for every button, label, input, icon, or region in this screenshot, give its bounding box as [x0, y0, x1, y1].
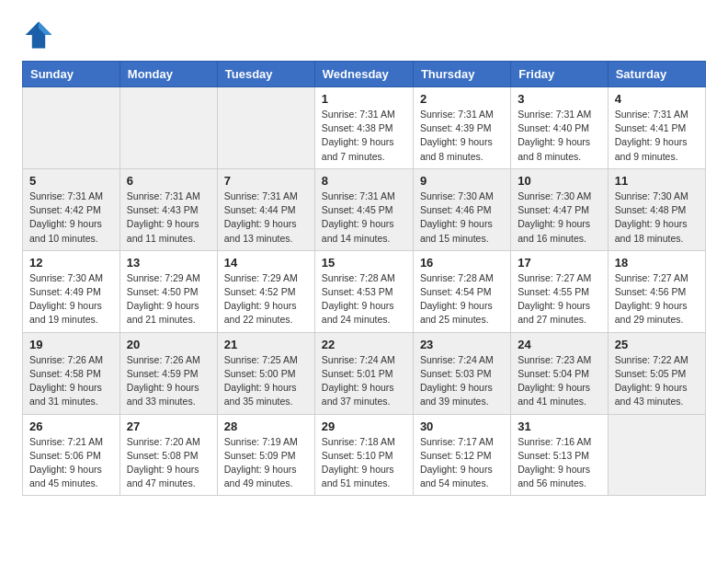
calendar-cell: 6Sunrise: 7:31 AM Sunset: 4:43 PM Daylig… [119, 168, 217, 250]
day-number: 25 [615, 338, 699, 351]
logo [22, 18, 61, 52]
calendar-week-row: 1Sunrise: 7:31 AM Sunset: 4:38 PM Daylig… [23, 87, 706, 169]
calendar-cell: 25Sunrise: 7:22 AM Sunset: 5:05 PM Dayli… [608, 332, 705, 414]
calendar-cell [608, 414, 705, 496]
day-number: 17 [518, 256, 600, 270]
column-header-monday: Monday [119, 62, 217, 87]
day-number: 19 [29, 338, 113, 351]
calendar-week-row: 5Sunrise: 7:31 AM Sunset: 4:42 PM Daylig… [23, 168, 706, 250]
calendar-cell: 17Sunrise: 7:27 AM Sunset: 4:55 PM Dayli… [511, 250, 608, 332]
calendar-cell: 1Sunrise: 7:31 AM Sunset: 4:38 PM Daylig… [314, 87, 413, 169]
logo-icon [22, 18, 55, 52]
day-info: Sunrise: 7:17 AM Sunset: 5:12 PM Dayligh… [420, 435, 504, 491]
day-number: 1 [322, 92, 406, 106]
day-info: Sunrise: 7:18 AM Sunset: 5:10 PM Dayligh… [322, 435, 406, 491]
day-number: 9 [420, 174, 504, 188]
day-number: 4 [615, 92, 699, 106]
day-info: Sunrise: 7:27 AM Sunset: 4:55 PM Dayligh… [518, 271, 600, 327]
column-header-friday: Friday [511, 62, 608, 87]
day-info: Sunrise: 7:19 AM Sunset: 5:09 PM Dayligh… [224, 435, 308, 491]
day-info: Sunrise: 7:30 AM Sunset: 4:47 PM Dayligh… [518, 190, 600, 246]
calendar-cell: 19Sunrise: 7:26 AM Sunset: 4:58 PM Dayli… [23, 332, 120, 414]
day-info: Sunrise: 7:28 AM Sunset: 4:53 PM Dayligh… [322, 271, 406, 327]
day-info: Sunrise: 7:26 AM Sunset: 4:59 PM Dayligh… [127, 353, 210, 409]
day-number: 2 [420, 92, 504, 106]
day-number: 27 [127, 419, 210, 433]
day-number: 7 [224, 174, 308, 188]
day-info: Sunrise: 7:30 AM Sunset: 4:49 PM Dayligh… [29, 271, 113, 327]
calendar-cell: 22Sunrise: 7:24 AM Sunset: 5:01 PM Dayli… [314, 332, 413, 414]
day-info: Sunrise: 7:30 AM Sunset: 4:46 PM Dayligh… [420, 190, 504, 246]
day-number: 10 [518, 174, 600, 188]
column-header-thursday: Thursday [413, 62, 510, 87]
day-info: Sunrise: 7:27 AM Sunset: 4:56 PM Dayligh… [615, 271, 699, 327]
calendar-cell: 16Sunrise: 7:28 AM Sunset: 4:54 PM Dayli… [413, 250, 510, 332]
day-number: 5 [29, 174, 113, 188]
calendar-cell: 12Sunrise: 7:30 AM Sunset: 4:49 PM Dayli… [23, 250, 120, 332]
calendar-cell: 7Sunrise: 7:31 AM Sunset: 4:44 PM Daylig… [217, 168, 314, 250]
calendar-cell [217, 87, 314, 169]
day-number: 31 [518, 419, 600, 433]
day-info: Sunrise: 7:22 AM Sunset: 5:05 PM Dayligh… [615, 353, 699, 409]
day-number: 21 [224, 338, 308, 351]
day-info: Sunrise: 7:29 AM Sunset: 4:50 PM Dayligh… [127, 271, 210, 327]
calendar-cell: 28Sunrise: 7:19 AM Sunset: 5:09 PM Dayli… [217, 414, 314, 496]
day-info: Sunrise: 7:30 AM Sunset: 4:48 PM Dayligh… [615, 190, 699, 246]
day-info: Sunrise: 7:26 AM Sunset: 4:58 PM Dayligh… [29, 353, 113, 409]
day-info: Sunrise: 7:31 AM Sunset: 4:43 PM Dayligh… [127, 190, 210, 246]
calendar-cell: 15Sunrise: 7:28 AM Sunset: 4:53 PM Dayli… [314, 250, 413, 332]
calendar-cell: 24Sunrise: 7:23 AM Sunset: 5:04 PM Dayli… [511, 332, 608, 414]
day-number: 29 [322, 419, 406, 433]
column-header-sunday: Sunday [23, 62, 120, 87]
calendar-cell: 10Sunrise: 7:30 AM Sunset: 4:47 PM Dayli… [511, 168, 608, 250]
day-info: Sunrise: 7:23 AM Sunset: 5:04 PM Dayligh… [518, 353, 600, 409]
day-number: 8 [322, 174, 406, 188]
day-info: Sunrise: 7:31 AM Sunset: 4:44 PM Dayligh… [224, 190, 308, 246]
calendar-week-row: 12Sunrise: 7:30 AM Sunset: 4:49 PM Dayli… [23, 250, 706, 332]
day-number: 30 [420, 419, 504, 433]
calendar-cell: 9Sunrise: 7:30 AM Sunset: 4:46 PM Daylig… [413, 168, 510, 250]
calendar-cell: 5Sunrise: 7:31 AM Sunset: 4:42 PM Daylig… [23, 168, 120, 250]
column-header-saturday: Saturday [608, 62, 705, 87]
day-info: Sunrise: 7:20 AM Sunset: 5:08 PM Dayligh… [127, 435, 210, 491]
column-header-wednesday: Wednesday [314, 62, 413, 87]
day-number: 11 [615, 174, 699, 188]
day-info: Sunrise: 7:31 AM Sunset: 4:38 PM Dayligh… [322, 108, 406, 164]
day-info: Sunrise: 7:16 AM Sunset: 5:13 PM Dayligh… [518, 435, 600, 491]
calendar-cell: 2Sunrise: 7:31 AM Sunset: 4:39 PM Daylig… [413, 87, 510, 169]
day-info: Sunrise: 7:24 AM Sunset: 5:01 PM Dayligh… [322, 353, 406, 409]
calendar-week-row: 26Sunrise: 7:21 AM Sunset: 5:06 PM Dayli… [23, 414, 706, 496]
day-info: Sunrise: 7:31 AM Sunset: 4:39 PM Dayligh… [420, 108, 504, 164]
calendar-cell: 26Sunrise: 7:21 AM Sunset: 5:06 PM Dayli… [23, 414, 120, 496]
day-info: Sunrise: 7:29 AM Sunset: 4:52 PM Dayligh… [224, 271, 308, 327]
calendar-cell: 14Sunrise: 7:29 AM Sunset: 4:52 PM Dayli… [217, 250, 314, 332]
day-info: Sunrise: 7:28 AM Sunset: 4:54 PM Dayligh… [420, 271, 504, 327]
header [22, 18, 706, 52]
day-number: 26 [29, 419, 113, 433]
calendar-cell: 8Sunrise: 7:31 AM Sunset: 4:45 PM Daylig… [314, 168, 413, 250]
calendar-cell: 11Sunrise: 7:30 AM Sunset: 4:48 PM Dayli… [608, 168, 705, 250]
calendar-header-row: SundayMondayTuesdayWednesdayThursdayFrid… [23, 62, 706, 87]
calendar-cell: 20Sunrise: 7:26 AM Sunset: 4:59 PM Dayli… [119, 332, 217, 414]
calendar: SundayMondayTuesdayWednesdayThursdayFrid… [22, 61, 706, 496]
day-number: 18 [615, 256, 699, 270]
calendar-cell: 13Sunrise: 7:29 AM Sunset: 4:50 PM Dayli… [119, 250, 217, 332]
calendar-cell: 4Sunrise: 7:31 AM Sunset: 4:41 PM Daylig… [608, 87, 705, 169]
calendar-cell: 18Sunrise: 7:27 AM Sunset: 4:56 PM Dayli… [608, 250, 705, 332]
calendar-cell: 27Sunrise: 7:20 AM Sunset: 5:08 PM Dayli… [119, 414, 217, 496]
day-number: 12 [29, 256, 113, 270]
calendar-cell: 3Sunrise: 7:31 AM Sunset: 4:40 PM Daylig… [511, 87, 608, 169]
calendar-cell: 29Sunrise: 7:18 AM Sunset: 5:10 PM Dayli… [314, 414, 413, 496]
day-info: Sunrise: 7:31 AM Sunset: 4:41 PM Dayligh… [615, 108, 699, 164]
calendar-cell [23, 87, 120, 169]
day-info: Sunrise: 7:21 AM Sunset: 5:06 PM Dayligh… [29, 435, 113, 491]
calendar-cell: 30Sunrise: 7:17 AM Sunset: 5:12 PM Dayli… [413, 414, 510, 496]
day-info: Sunrise: 7:24 AM Sunset: 5:03 PM Dayligh… [420, 353, 504, 409]
day-number: 28 [224, 419, 308, 433]
day-number: 13 [127, 256, 210, 270]
calendar-cell: 31Sunrise: 7:16 AM Sunset: 5:13 PM Dayli… [511, 414, 608, 496]
day-number: 20 [127, 338, 210, 351]
calendar-cell: 23Sunrise: 7:24 AM Sunset: 5:03 PM Dayli… [413, 332, 510, 414]
day-info: Sunrise: 7:31 AM Sunset: 4:45 PM Dayligh… [322, 190, 406, 246]
day-number: 22 [322, 338, 406, 351]
